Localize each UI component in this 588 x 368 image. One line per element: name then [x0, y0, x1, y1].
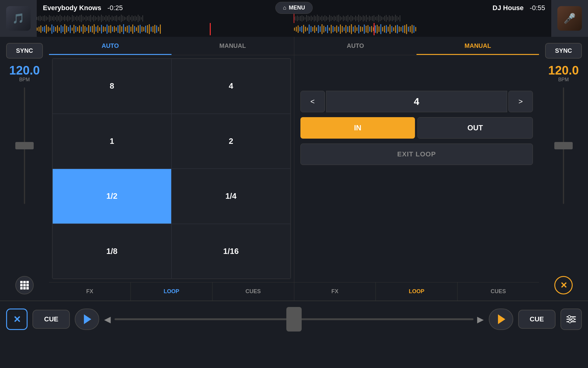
svg-rect-240	[349, 26, 350, 33]
svg-rect-179	[107, 25, 107, 34]
loop-cell-2[interactable]: 2	[172, 114, 291, 169]
svg-rect-274	[412, 25, 413, 33]
svg-rect-66	[138, 15, 138, 22]
svg-rect-14	[58, 16, 59, 21]
left-bottom-tabs: FX LOOP CUES	[49, 282, 294, 301]
crossfader-right-arrow[interactable]: ▶	[477, 314, 484, 324]
svg-rect-201	[147, 25, 148, 33]
svg-rect-46	[107, 16, 108, 21]
right-cues-tab[interactable]: CUES	[458, 282, 539, 301]
svg-rect-34	[89, 16, 89, 21]
left-tab-manual[interactable]: MANUAL	[172, 37, 294, 55]
right-play-button[interactable]	[489, 309, 513, 330]
left-pitch-thumb[interactable]	[15, 142, 34, 149]
left-sidebar: SYNC 120.0 BPM	[0, 37, 49, 301]
svg-rect-54	[119, 16, 120, 21]
svg-rect-100	[340, 16, 341, 21]
svg-rect-169	[88, 25, 89, 33]
svg-rect-264	[393, 27, 394, 31]
left-fx-tab[interactable]: FX	[49, 282, 131, 301]
waveform-bottom[interactable]	[37, 23, 551, 35]
settings-button[interactable]	[560, 309, 582, 330]
exit-loop-button[interactable]: EXIT LOOP	[300, 144, 533, 165]
svg-rect-17	[63, 17, 63, 20]
loop-nav-right[interactable]: >	[508, 91, 533, 112]
svg-rect-155	[62, 26, 63, 32]
svg-rect-255	[377, 25, 378, 33]
svg-rect-142	[39, 27, 40, 32]
menu-button[interactable]: ⌂ MENU	[275, 2, 313, 14]
svg-rect-259	[384, 26, 385, 33]
svg-rect-136	[395, 15, 396, 22]
crossfader-track[interactable]	[115, 318, 473, 320]
waveform-top[interactable]	[37, 14, 551, 23]
svg-rect-219	[311, 26, 311, 32]
left-tab-auto[interactable]: AUTO	[49, 37, 172, 55]
svg-rect-86	[318, 16, 319, 21]
right-loop-tab[interactable]: LOOP	[376, 282, 458, 301]
svg-rect-57	[124, 17, 125, 20]
left-loop-tab[interactable]: LOOP	[131, 282, 213, 301]
left-cues-tab[interactable]: CUES	[213, 282, 294, 301]
svg-rect-205	[154, 25, 155, 33]
svg-rect-103	[345, 17, 345, 20]
left-x-button[interactable]: ✕	[6, 309, 28, 330]
svg-rect-32	[86, 16, 86, 21]
svg-point-282	[572, 318, 574, 320]
loop-cell-1[interactable]: 1	[52, 114, 172, 169]
svg-rect-24	[74, 16, 74, 21]
right-close-button[interactable]: ✕	[554, 276, 573, 294]
svg-rect-144	[42, 27, 43, 31]
svg-rect-211	[296, 27, 297, 32]
svg-rect-112	[358, 15, 359, 22]
loop-out-button[interactable]: OUT	[417, 117, 533, 139]
right-tab-auto[interactable]: AUTO	[294, 37, 417, 55]
left-cue-button[interactable]: CUE	[32, 310, 70, 329]
svg-rect-55	[121, 15, 122, 22]
loop-cell-8[interactable]: 8	[52, 59, 172, 114]
svg-rect-52	[116, 15, 117, 21]
left-sync-button[interactable]: SYNC	[6, 43, 43, 59]
left-play-button[interactable]	[75, 309, 99, 330]
svg-rect-74	[300, 16, 301, 21]
right-pitch-slider[interactable]	[542, 87, 585, 271]
loop-cell-4[interactable]: 4	[172, 59, 291, 114]
svg-rect-120	[371, 17, 371, 20]
svg-rect-265	[395, 25, 396, 33]
loop-cell-half[interactable]: 1/2	[52, 169, 172, 224]
menu-label: MENU	[289, 5, 305, 11]
left-bpm-value: 120.0	[9, 63, 40, 77]
svg-rect-267	[399, 26, 400, 32]
loop-in-button[interactable]: IN	[300, 117, 415, 139]
svg-rect-234	[338, 27, 339, 32]
left-grid-button[interactable]	[15, 276, 34, 294]
right-cue-button[interactable]: CUE	[518, 310, 556, 329]
svg-rect-262	[390, 25, 390, 34]
svg-rect-271	[406, 24, 407, 34]
svg-rect-49	[112, 16, 112, 21]
right-fx-tab[interactable]: FX	[294, 282, 376, 301]
loop-cell-sixteenth[interactable]: 1/16	[172, 224, 291, 279]
svg-rect-2	[40, 16, 40, 21]
svg-rect-85	[317, 15, 318, 22]
svg-rect-40	[98, 16, 99, 21]
right-sync-button[interactable]: SYNC	[545, 43, 582, 59]
svg-rect-166	[83, 25, 84, 34]
loop-nav-left[interactable]: <	[300, 91, 325, 112]
loop-cell-eighth[interactable]: 1/8	[52, 224, 172, 279]
svg-rect-10	[52, 17, 53, 20]
svg-rect-176	[101, 25, 102, 33]
svg-rect-145	[44, 26, 45, 32]
svg-rect-15	[60, 15, 60, 22]
right-pitch-thumb[interactable]	[554, 142, 573, 149]
svg-rect-266	[397, 25, 398, 33]
waveform-container	[37, 14, 551, 37]
crossfader-left-arrow[interactable]: ◀	[104, 314, 111, 324]
svg-rect-106	[349, 17, 350, 20]
right-tab-manual[interactable]: MANUAL	[417, 37, 539, 55]
left-pitch-slider[interactable]	[3, 87, 46, 271]
crossfader-thumb[interactable]	[286, 307, 302, 332]
svg-rect-177	[103, 26, 104, 32]
loop-cell-quarter[interactable]: 1/4	[172, 169, 291, 224]
svg-rect-109	[354, 17, 354, 20]
